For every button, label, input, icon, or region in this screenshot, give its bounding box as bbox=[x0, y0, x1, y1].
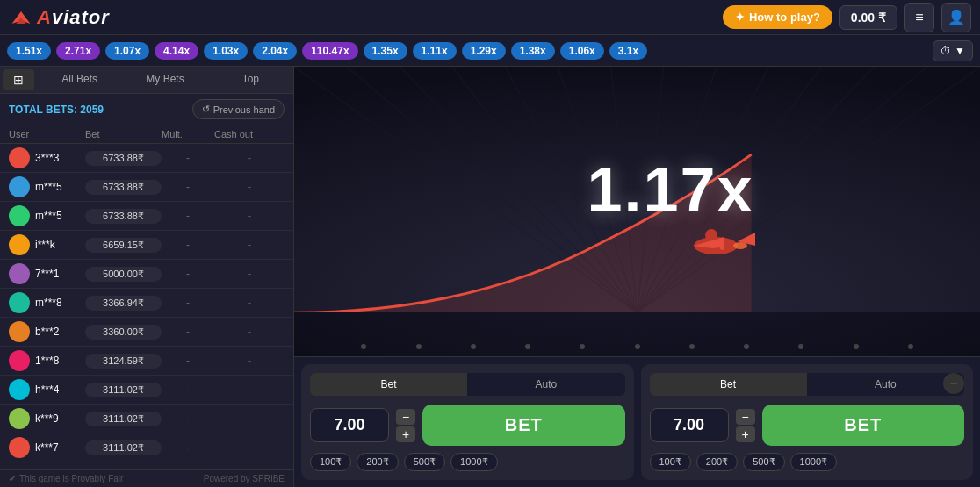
mult-badge-12[interactable]: 3.1x bbox=[609, 42, 647, 60]
quick-500-btn-1[interactable]: 500₹ bbox=[404, 453, 445, 471]
table-header: User Bet Mult. Cash out bbox=[0, 125, 293, 144]
how-to-play-label: How to play? bbox=[749, 11, 820, 24]
left-panel: ⊞ All Bets My Bets Top TOTAL BETS: 2059 … bbox=[0, 67, 294, 487]
avatar bbox=[9, 292, 30, 313]
mult-badge-7[interactable]: 1.35x bbox=[364, 42, 407, 60]
quick-200-btn-1[interactable]: 200₹ bbox=[357, 453, 398, 471]
table-row: m***8 3366.94₹ - - bbox=[0, 289, 293, 318]
cashout-cell: - bbox=[214, 268, 285, 280]
bet-amount-input-2[interactable] bbox=[650, 408, 729, 442]
game-area: 1.17x Bet Auto bbox=[294, 67, 980, 487]
bet-amount-input-1[interactable] bbox=[310, 408, 389, 442]
dot bbox=[908, 344, 913, 349]
bet-action-button-2[interactable]: BET bbox=[762, 405, 965, 446]
mult-badge-1[interactable]: 2.71x bbox=[56, 42, 100, 60]
bet-panel-2-tab-auto[interactable]: Auto bbox=[807, 373, 964, 396]
avatar bbox=[9, 147, 30, 168]
mult-badge-2[interactable]: 1.07x bbox=[105, 42, 149, 60]
user-cell: i***k bbox=[9, 234, 85, 255]
user-cell: m***8 bbox=[9, 292, 85, 313]
bet-amount: 3111.02₹ bbox=[85, 383, 162, 397]
mult-badge-8[interactable]: 1.11x bbox=[413, 42, 457, 60]
increment-button-2[interactable]: + bbox=[736, 426, 755, 442]
mult-badge-11[interactable]: 1.06x bbox=[560, 42, 604, 60]
tab-icon-button[interactable]: ⊞ bbox=[3, 69, 34, 90]
avatar bbox=[9, 321, 30, 342]
quick-1000-btn-1[interactable]: 1000₹ bbox=[450, 453, 497, 471]
mult-badge-5[interactable]: 2.04x bbox=[253, 42, 297, 60]
bet-amount: 5000.00₹ bbox=[85, 267, 162, 282]
quick-500-btn-2[interactable]: 500₹ bbox=[743, 453, 784, 471]
mult-cell: - bbox=[162, 326, 214, 338]
menu-icon: ≡ bbox=[915, 10, 923, 25]
bet-panel-1-tab-bet[interactable]: Bet bbox=[310, 373, 467, 396]
user-cell: 1***8 bbox=[9, 350, 85, 371]
bet-panel-1: Bet Auto − + BET 100₹ 200₹ 500₹ 1000₹ bbox=[301, 364, 634, 480]
cashout-cell: - bbox=[214, 383, 285, 396]
tab-my-bets[interactable]: My Bets bbox=[122, 67, 207, 93]
menu-button[interactable]: ≡ bbox=[904, 3, 934, 32]
plane-container bbox=[672, 219, 760, 276]
total-bets-count: 2059 bbox=[80, 104, 104, 116]
decrement-button-2[interactable]: − bbox=[736, 409, 755, 425]
bet-panel-2: − Bet Auto − + BET 100₹ 200₹ 500₹ bbox=[641, 364, 974, 480]
avatar bbox=[9, 379, 30, 400]
mult-cell: - bbox=[162, 268, 214, 280]
cashout-cell: - bbox=[214, 412, 285, 425]
tab-top[interactable]: Top bbox=[208, 67, 293, 93]
dot bbox=[416, 344, 422, 349]
dot bbox=[580, 344, 585, 349]
mult-badge-6[interactable]: 110.47x bbox=[302, 42, 357, 60]
bet-amount: 3111.02₹ bbox=[85, 412, 162, 426]
mult-badge-9[interactable]: 1.29x bbox=[462, 42, 506, 60]
history-icon: ⏱ bbox=[940, 45, 951, 57]
bet-input-row-2: − + BET bbox=[650, 405, 965, 446]
previous-hand-button[interactable]: ↺ Previous hand bbox=[192, 99, 285, 119]
logo: Aviator bbox=[9, 5, 110, 30]
stepper-buttons-2: − + bbox=[736, 409, 755, 442]
quick-1000-btn-2[interactable]: 1000₹ bbox=[790, 453, 837, 471]
table-row: 1***8 3124.59₹ - - bbox=[0, 347, 293, 376]
quick-200-btn-2[interactable]: 200₹ bbox=[696, 453, 738, 471]
mult-badge-0[interactable]: 1.51x bbox=[7, 42, 51, 60]
provably-fair-icon: ✔ bbox=[9, 474, 16, 483]
decrement-button-1[interactable]: − bbox=[396, 409, 415, 425]
cashout-cell: - bbox=[214, 181, 285, 193]
user-cell: m***5 bbox=[9, 205, 85, 226]
footer-bar: ✔ This game is Provably Fair Powered by … bbox=[0, 469, 293, 487]
mult-cell: - bbox=[162, 412, 214, 425]
total-bets-text: TOTAL BETS: bbox=[9, 104, 77, 116]
user-cell: k***7 bbox=[9, 437, 85, 458]
profile-icon: 👤 bbox=[948, 9, 965, 25]
tab-all-bets[interactable]: All Bets bbox=[37, 67, 122, 93]
dot bbox=[854, 344, 859, 349]
avatar bbox=[9, 437, 30, 458]
mult-cell: - bbox=[162, 210, 214, 222]
mult-badge-4[interactable]: 1.03x bbox=[204, 42, 248, 60]
mult-badge-3[interactable]: 4.14x bbox=[155, 42, 198, 60]
quick-100-btn-1[interactable]: 100₹ bbox=[310, 453, 351, 471]
bet-panel-2-tab-bet[interactable]: Bet bbox=[650, 373, 807, 396]
logo-text: Aviator bbox=[37, 6, 110, 29]
bet-action-button-1[interactable]: BET bbox=[422, 405, 625, 446]
header: Aviator ✦ How to play? 0.00 ₹ ≡ 👤 bbox=[0, 0, 980, 35]
history-button[interactable]: ⏱ ▼ bbox=[933, 40, 973, 61]
cashout-cell: - bbox=[214, 355, 285, 367]
bet-panel-1-tab-auto[interactable]: Auto bbox=[467, 373, 624, 396]
bet-panel-2-tabs: Bet Auto bbox=[650, 373, 965, 396]
increment-button-1[interactable]: + bbox=[396, 426, 415, 442]
footer-text: This game is Provably Fair bbox=[19, 474, 123, 483]
header-right: ✦ How to play? 0.00 ₹ ≡ 👤 bbox=[723, 3, 971, 32]
remove-panel-button[interactable]: − bbox=[943, 373, 964, 394]
balance-display: 0.00 ₹ bbox=[839, 5, 897, 30]
mult-badge-10[interactable]: 1.38x bbox=[511, 42, 555, 60]
quick-100-btn-2[interactable]: 100₹ bbox=[650, 453, 691, 471]
how-to-play-button[interactable]: ✦ How to play? bbox=[723, 5, 832, 29]
profile-button[interactable]: 👤 bbox=[941, 3, 971, 32]
bet-amount: 3366.94₹ bbox=[85, 296, 162, 311]
cashout-cell: - bbox=[214, 239, 285, 251]
bet-amount: 6733.88₹ bbox=[85, 151, 162, 166]
dot bbox=[689, 344, 695, 349]
dot bbox=[361, 344, 366, 349]
cashout-cell: - bbox=[214, 441, 285, 454]
